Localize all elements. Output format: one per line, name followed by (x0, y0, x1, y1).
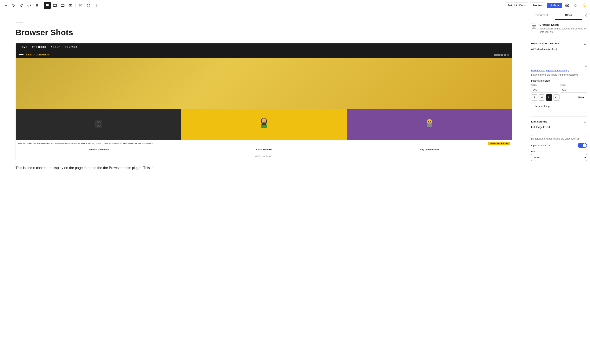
list-view-button[interactable] (34, 2, 40, 9)
cookie-text: Privacy & Cookies: This site uses cookie… (18, 143, 153, 144)
dot3 (501, 54, 503, 56)
more-options-button[interactable] (93, 2, 100, 9)
toolbar-separator (42, 3, 42, 8)
alt-text-hint: Leave empty if the image is purely decor… (531, 73, 587, 77)
refresh-image-button[interactable]: Refresh Image (531, 103, 554, 109)
preview-button[interactable]: Preview (530, 2, 545, 8)
edit-button[interactable] (77, 2, 84, 9)
open-new-tab-row: Open in New Tab (531, 143, 587, 148)
fake-nav-about: ABOUT (51, 46, 60, 48)
undo-button[interactable] (10, 2, 17, 9)
link-settings-header: Link Settings ▲ (531, 120, 587, 124)
info-button[interactable] (26, 2, 33, 9)
fake-cards (16, 109, 512, 140)
refresh-button[interactable] (85, 2, 92, 9)
fake-hero: BEN GILLBANKS (16, 51, 512, 109)
rel-select[interactable]: None nofollow sponsored (531, 154, 587, 161)
size-reset-button[interactable]: Reset (576, 95, 587, 100)
link-settings-section: Link Settings ▲ Link Image to URL By def… (531, 116, 587, 161)
update-button[interactable]: Update (547, 3, 562, 8)
svg-rect-23 (574, 4, 576, 5)
card3-content (425, 117, 434, 132)
wide-width-button[interactable] (51, 2, 58, 9)
add-block-button[interactable] (2, 2, 9, 9)
svg-point-36 (265, 121, 265, 122)
svg-point-21 (96, 6, 96, 6)
link-settings-collapse-button[interactable]: ▲ (583, 120, 587, 124)
height-label: Height (560, 84, 587, 86)
toolbar-right-group: Switch to Draft Preview Update (505, 2, 588, 9)
caption-placeholder[interactable]: Write caption... (255, 155, 273, 158)
tab-block[interactable]: Block (555, 11, 583, 20)
size-s-button[interactable]: S (531, 94, 537, 101)
width-input[interactable] (531, 87, 558, 92)
fake-nav-home: HOME (20, 46, 27, 48)
dot2 (497, 54, 500, 56)
full-width-button[interactable] (59, 2, 66, 9)
toolbar-left-group (2, 2, 504, 9)
screenshot-preview: HOME PROJECTS ABOUT CONTACT BEN GILLBANK… (16, 43, 512, 152)
plugins-button[interactable] (581, 2, 588, 9)
fake-nav: HOME PROJECTS ABOUT CONTACT (16, 43, 512, 51)
settings-collapse-button[interactable]: ▲ (583, 42, 587, 46)
media-mode-button[interactable] (44, 2, 51, 9)
size-m-button[interactable]: M (539, 94, 545, 101)
size-xl-button[interactable]: XL (553, 94, 560, 101)
size-l-button[interactable]: L (546, 94, 552, 101)
open-new-tab-toggle[interactable] (577, 143, 587, 148)
width-label: Width (531, 84, 558, 86)
svg-point-39 (428, 121, 429, 122)
fake-card-2 (181, 109, 347, 140)
sidebar-close-button[interactable]: ✕ (582, 12, 589, 19)
switch-to-draft-button[interactable]: Switch to Draft (505, 2, 528, 8)
main-toolbar: Switch to Draft Preview Update (0, 0, 590, 11)
redo-button[interactable] (18, 2, 25, 9)
dim-inputs-row: Width Height (531, 84, 587, 92)
svg-point-20 (96, 5, 96, 6)
fake-card-1 (16, 109, 181, 140)
page-title[interactable]: Browser Shots (15, 28, 512, 37)
svg-point-22 (567, 5, 568, 6)
caption-area[interactable]: Write caption... (16, 152, 512, 160)
tab-document[interactable]: Document (528, 11, 555, 20)
card3-title: Why My WordPress (347, 147, 512, 152)
post-content[interactable]: This is some content to display on the p… (15, 165, 512, 171)
height-field: Height (560, 84, 587, 92)
fake-card-3 (347, 109, 512, 140)
main-layout: Browser Shots HOME PROJECTS ABOUT CONTAC… (0, 11, 590, 364)
describe-purpose-link[interactable]: Describe the purpose of the image (531, 69, 570, 72)
editor-area: Browser Shots HOME PROJECTS ABOUT CONTAC… (0, 11, 528, 364)
toolbar-separator2 (75, 3, 76, 8)
fake-cookie-bar: Privacy & Cookies: This site uses cookie… (16, 140, 512, 147)
link-url-hint: By default the image links to the screen… (531, 137, 587, 141)
sidebar: Document Block ✕ Browser Shots Automatic… (528, 11, 590, 364)
height-input[interactable] (560, 87, 587, 92)
card1-content (94, 120, 102, 129)
svg-rect-38 (427, 124, 432, 127)
svg-point-19 (96, 4, 96, 5)
svg-point-35 (263, 121, 263, 122)
settings-button[interactable] (563, 2, 570, 9)
alt-text-input[interactable] (531, 52, 587, 67)
svg-rect-24 (576, 4, 577, 5)
svg-rect-26 (576, 6, 577, 7)
settings-header: Browser Shots Settings ▲ (531, 42, 587, 46)
fake-header-bar: BEN GILLBANKS (16, 51, 512, 58)
centered-button[interactable] (67, 2, 74, 9)
describe-purpose-text: Describe the purpose of the image (531, 69, 567, 72)
block-description: Automatically embed screenshots of websi… (540, 27, 587, 34)
fake-hero-overlay: BEN GILLBANKS (16, 51, 512, 109)
block-name: Browser Shots (540, 23, 587, 26)
patterns-button[interactable] (572, 2, 579, 9)
svg-rect-15 (61, 4, 64, 6)
block-image-wrapper[interactable]: HOME PROJECTS ABOUT CONTACT BEN GILLBANK… (15, 43, 512, 160)
alt-text-label: Alt Text (Alternative Text) (531, 48, 587, 51)
width-field: Width (531, 84, 558, 92)
fake-nav-contact: CONTACT (65, 46, 77, 48)
browser-shots-link[interactable]: Browser shots (109, 166, 131, 170)
browser-shots-settings: Browser Shots Settings ▲ Alt Text (Alter… (531, 42, 587, 113)
image-dimensions: Image Dimensions Width Height S (531, 79, 587, 113)
sidebar-tabs: Document Block ✕ (528, 11, 590, 20)
block-icon (531, 23, 537, 31)
link-url-input[interactable] (531, 130, 587, 136)
